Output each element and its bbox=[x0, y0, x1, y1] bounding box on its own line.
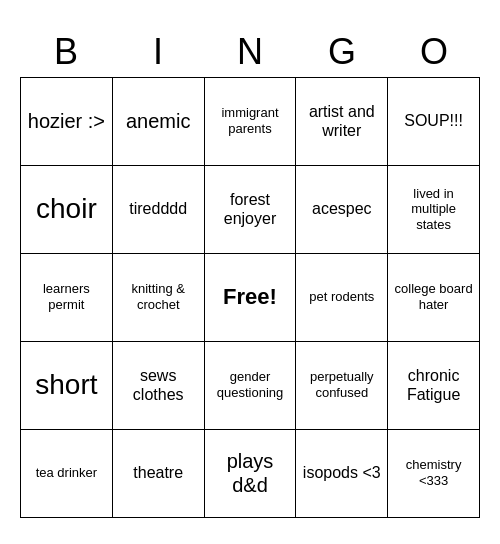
bingo-cell-text-2: immigrant parents bbox=[209, 105, 292, 136]
bingo-cell-15[interactable]: short bbox=[21, 342, 113, 430]
bingo-cell-10[interactable]: learners permit bbox=[21, 254, 113, 342]
bingo-cell-text-14: college board hater bbox=[392, 281, 475, 312]
bingo-cell-text-20: tea drinker bbox=[36, 465, 97, 481]
bingo-cell-text-23: isopods <3 bbox=[303, 463, 381, 482]
bingo-cell-text-5: choir bbox=[36, 192, 97, 226]
header-n: N bbox=[204, 27, 296, 77]
bingo-cell-text-7: forest enjoyer bbox=[209, 190, 292, 228]
header-o: O bbox=[388, 27, 480, 77]
bingo-cell-text-19: chronic Fatigue bbox=[392, 366, 475, 404]
bingo-cell-text-10: learners permit bbox=[25, 281, 108, 312]
bingo-cell-text-11: knitting & crochet bbox=[117, 281, 200, 312]
bingo-cell-text-4: SOUP!!! bbox=[404, 111, 463, 130]
bingo-cell-12[interactable]: Free! bbox=[205, 254, 297, 342]
bingo-cell-9[interactable]: lived in multiple states bbox=[388, 166, 480, 254]
bingo-cell-text-3: artist and writer bbox=[300, 102, 383, 140]
bingo-cell-0[interactable]: hozier :> bbox=[21, 78, 113, 166]
bingo-cell-text-15: short bbox=[35, 368, 97, 402]
bingo-cell-21[interactable]: theatre bbox=[113, 430, 205, 518]
bingo-cell-13[interactable]: pet rodents bbox=[296, 254, 388, 342]
bingo-cell-3[interactable]: artist and writer bbox=[296, 78, 388, 166]
bingo-cell-16[interactable]: sews clothes bbox=[113, 342, 205, 430]
header-g: G bbox=[296, 27, 388, 77]
bingo-cell-text-17: gender questioning bbox=[209, 369, 292, 400]
bingo-cell-7[interactable]: forest enjoyer bbox=[205, 166, 297, 254]
bingo-cell-text-22: plays d&d bbox=[209, 449, 292, 497]
bingo-cell-text-16: sews clothes bbox=[117, 366, 200, 404]
bingo-cell-8[interactable]: acespec bbox=[296, 166, 388, 254]
bingo-cell-11[interactable]: knitting & crochet bbox=[113, 254, 205, 342]
bingo-cell-18[interactable]: perpetually confused bbox=[296, 342, 388, 430]
bingo-cell-text-0: hozier :> bbox=[28, 109, 105, 133]
bingo-cell-24[interactable]: chemistry <333 bbox=[388, 430, 480, 518]
bingo-cell-text-8: acespec bbox=[312, 199, 372, 218]
bingo-cell-2[interactable]: immigrant parents bbox=[205, 78, 297, 166]
bingo-cell-1[interactable]: anemic bbox=[113, 78, 205, 166]
bingo-cell-19[interactable]: chronic Fatigue bbox=[388, 342, 480, 430]
bingo-header: B I N G O bbox=[20, 27, 480, 77]
bingo-cell-23[interactable]: isopods <3 bbox=[296, 430, 388, 518]
bingo-cell-text-13: pet rodents bbox=[309, 289, 374, 305]
bingo-cell-6[interactable]: tiredddd bbox=[113, 166, 205, 254]
bingo-cell-5[interactable]: choir bbox=[21, 166, 113, 254]
bingo-cell-14[interactable]: college board hater bbox=[388, 254, 480, 342]
bingo-cell-22[interactable]: plays d&d bbox=[205, 430, 297, 518]
bingo-card: B I N G O hozier :>anemicimmigrant paren… bbox=[20, 27, 480, 518]
header-b: B bbox=[20, 27, 112, 77]
bingo-cell-text-24: chemistry <333 bbox=[392, 457, 475, 488]
bingo-cell-4[interactable]: SOUP!!! bbox=[388, 78, 480, 166]
bingo-cell-text-9: lived in multiple states bbox=[392, 186, 475, 233]
bingo-cell-17[interactable]: gender questioning bbox=[205, 342, 297, 430]
bingo-grid: hozier :>anemicimmigrant parentsartist a… bbox=[20, 77, 480, 518]
bingo-cell-text-12: Free! bbox=[223, 284, 277, 310]
bingo-cell-text-6: tiredddd bbox=[129, 199, 187, 218]
bingo-cell-text-21: theatre bbox=[133, 463, 183, 482]
bingo-cell-text-1: anemic bbox=[126, 109, 190, 133]
bingo-cell-text-18: perpetually confused bbox=[300, 369, 383, 400]
header-i: I bbox=[112, 27, 204, 77]
bingo-cell-20[interactable]: tea drinker bbox=[21, 430, 113, 518]
